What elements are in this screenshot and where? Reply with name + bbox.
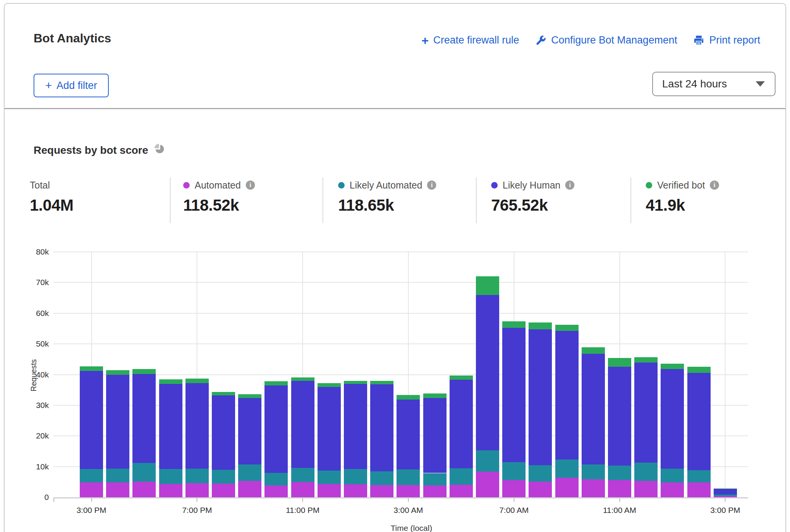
stat-verified-bot: Verified bot i 41.9k xyxy=(646,179,719,214)
page-title: Bot Analytics xyxy=(34,31,111,45)
stat-likely-automated: Likely Automated i 118.65k xyxy=(338,179,436,214)
stat-verified-bot-label: Verified bot xyxy=(657,180,705,191)
add-filter-button[interactable]: + Add filter xyxy=(34,74,109,97)
header-divider xyxy=(5,108,785,109)
automated-dot-icon xyxy=(183,182,190,189)
printer-icon xyxy=(693,35,705,46)
stats-separator xyxy=(170,177,171,223)
create-firewall-rule-link[interactable]: + Create firewall rule xyxy=(421,34,519,46)
configure-bot-management-label: Configure Bot Management xyxy=(551,34,677,46)
create-firewall-rule-label: Create firewall rule xyxy=(433,34,519,46)
stat-likely-automated-label: Likely Automated xyxy=(350,180,422,191)
verified-bot-dot-icon xyxy=(646,182,652,189)
likely-automated-dot-icon xyxy=(338,182,345,189)
stat-total-label: Total xyxy=(30,180,50,191)
section-title-row: Requests by bot score xyxy=(34,143,165,157)
plus-icon: + xyxy=(45,82,52,89)
stat-automated-label: Automated xyxy=(195,180,241,191)
stat-automated-value: 118.52k xyxy=(183,196,255,214)
wrench-icon xyxy=(535,35,547,46)
stat-verified-bot-value: 41.9k xyxy=(646,196,719,214)
section-title: Requests by bot score xyxy=(34,144,148,156)
configure-bot-management-link[interactable]: Configure Bot Management xyxy=(535,34,677,46)
bot-analytics-page: Bot Analytics + Create firewall rule Con… xyxy=(0,0,790,532)
stat-total: Total 1.04M xyxy=(30,179,73,214)
stat-likely-human: Likely Human i 765.52k xyxy=(491,179,574,214)
stat-likely-human-value: 765.52k xyxy=(491,196,574,214)
add-filter-label: Add filter xyxy=(56,80,97,92)
pie-chart-icon xyxy=(154,143,165,157)
stat-likely-human-label: Likely Human xyxy=(503,180,560,191)
stat-likely-automated-value: 118.65k xyxy=(338,196,436,214)
bot-analytics-card: Bot Analytics + Create firewall rule Con… xyxy=(4,3,786,532)
header-actions: + Create firewall rule Configure Bot Man… xyxy=(421,34,760,46)
stats-separator xyxy=(630,177,631,223)
info-icon[interactable]: i xyxy=(246,181,255,190)
chevron-down-icon xyxy=(756,81,765,87)
stat-total-value: 1.04M xyxy=(30,196,73,214)
info-icon[interactable]: i xyxy=(565,181,574,190)
likely-human-dot-icon xyxy=(491,182,498,189)
info-icon[interactable]: i xyxy=(427,181,436,190)
stats-separator xyxy=(322,177,323,223)
stats-separator xyxy=(476,177,477,223)
plus-icon: + xyxy=(421,37,429,44)
info-icon[interactable]: i xyxy=(710,181,719,190)
time-range-value: Last 24 hours xyxy=(653,78,756,90)
time-range-dropdown[interactable]: Last 24 hours xyxy=(652,72,775,96)
print-report-label: Print report xyxy=(709,34,760,46)
stat-automated: Automated i 118.52k xyxy=(183,179,255,214)
print-report-link[interactable]: Print report xyxy=(693,34,760,46)
